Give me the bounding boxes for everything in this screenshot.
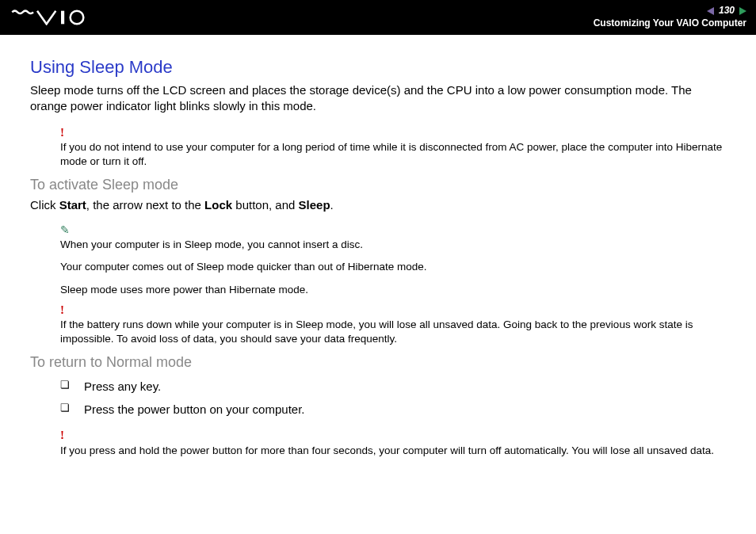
next-page-arrow-icon[interactable]	[739, 7, 746, 15]
header-bar: 130 Customizing Your VAIO Computer	[0, 0, 756, 35]
prev-page-arrow-icon[interactable]	[707, 7, 714, 15]
return-list: ❏ Press any key. ❏ Press the power butto…	[60, 376, 726, 421]
activate-instruction: Click Start, the arrow next to the Lock …	[30, 198, 726, 212]
instr-bold: Sleep	[299, 198, 330, 212]
page-title: Using Sleep Mode	[30, 57, 726, 78]
svg-rect-0	[61, 11, 64, 25]
bullet-icon: ❏	[60, 399, 70, 421]
page-content: Using Sleep Mode Sleep mode turns off th…	[0, 35, 756, 458]
activate-heading: To activate Sleep mode	[30, 177, 726, 193]
warning-icon: !	[60, 302, 726, 318]
info-note-block: ✎ When your computer is in Sleep mode, y…	[60, 223, 726, 346]
page-nav: 130	[594, 5, 746, 17]
note-text: Your computer comes out of Sleep mode qu…	[60, 260, 726, 274]
return-heading: To return to Normal mode	[30, 354, 726, 371]
instr-part: button, and	[232, 198, 298, 212]
instr-part: Click	[30, 198, 59, 212]
vaio-logo	[10, 9, 105, 26]
warning-note-3: ! If you press and hold the power button…	[60, 427, 726, 457]
note-text: When your computer is in Sleep mode, you…	[60, 238, 726, 252]
warning-text: If you do not intend to use your compute…	[60, 140, 726, 169]
warning-note-1: ! If you do not intend to use your compu…	[60, 124, 726, 170]
list-item-text: Press the power button on your computer.	[84, 399, 305, 421]
warning-text: If the battery runs down while your comp…	[60, 318, 726, 346]
warning-icon: !	[60, 427, 726, 443]
instr-bold: Lock	[204, 198, 232, 212]
note-text: Sleep mode uses more power than Hibernat…	[60, 283, 726, 297]
list-item: ❏ Press any key.	[60, 376, 726, 399]
list-item: ❏ Press the power button on your compute…	[60, 399, 726, 421]
intro-paragraph: Sleep mode turns off the LCD screen and …	[30, 82, 726, 115]
header-right: 130 Customizing Your VAIO Computer	[594, 5, 746, 29]
warning-text: If you press and hold the power button f…	[60, 444, 726, 458]
instr-part: , the arrow next to the	[86, 198, 204, 212]
list-item-text: Press any key.	[84, 376, 161, 399]
bullet-icon: ❏	[60, 376, 70, 399]
instr-part: .	[330, 198, 334, 212]
warning-icon: !	[60, 124, 726, 140]
page-number: 130	[717, 5, 736, 17]
pen-icon: ✎	[60, 223, 726, 238]
svg-point-1	[71, 11, 84, 25]
instr-bold: Start	[59, 198, 86, 212]
section-title: Customizing Your VAIO Computer	[594, 17, 746, 30]
